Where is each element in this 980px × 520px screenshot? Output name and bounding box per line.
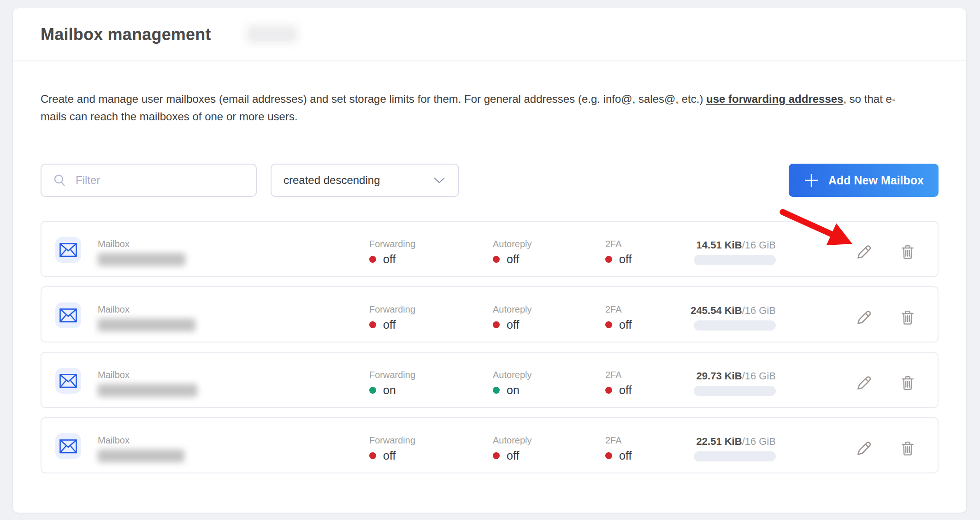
status-dot (369, 321, 376, 328)
mailbox-name-label: Mailbox (98, 370, 197, 380)
plus-icon (803, 172, 819, 188)
trash-icon (898, 439, 917, 458)
twofa-label: 2FA (605, 435, 632, 446)
trash-icon (898, 242, 917, 262)
status-dot (605, 452, 612, 459)
mailbox-avatar (55, 368, 81, 394)
edit-mailbox-button[interactable] (853, 242, 874, 263)
page-title: Mailbox management (41, 25, 211, 44)
mailbox-name-label: Mailbox (98, 304, 195, 315)
mailbox-name-label: Mailbox (98, 239, 185, 249)
page-description: Create and manage user mailboxes (email … (41, 90, 916, 125)
trash-icon (898, 373, 917, 393)
autoreply-label: Autoreply (493, 435, 532, 446)
storage-usage: 14.51 KiB/16 GiB (694, 239, 776, 265)
pencil-icon (854, 242, 874, 262)
twofa-status: 2FA off (605, 239, 632, 266)
mail-envelope-icon (59, 243, 77, 257)
status-dot (369, 452, 376, 459)
autoreply-label: Autoreply (493, 370, 532, 380)
toolbar: created descending Add New Mailbox (41, 164, 939, 197)
autoreply-status: Autoreply off (493, 239, 532, 266)
description-text: Create and manage user mailboxes (email … (41, 93, 706, 105)
trash-icon (898, 308, 917, 327)
mailbox-avatar (55, 302, 81, 328)
edit-mailbox-button[interactable] (853, 307, 874, 328)
storage-used: 14.51 KiB (697, 239, 742, 251)
twofa-value: off (619, 384, 632, 397)
status-dot (605, 256, 612, 263)
twofa-label: 2FA (605, 239, 632, 249)
filter-input[interactable] (41, 164, 257, 197)
mailbox-name-cell: Mailbox (98, 304, 195, 331)
filter-field-wrap (41, 164, 257, 197)
storage-quota: /16 GiB (742, 370, 776, 382)
twofa-status: 2FA off (605, 304, 632, 331)
add-new-mailbox-button[interactable]: Add New Mailbox (789, 164, 939, 197)
forwarding-label: Forwarding (369, 304, 415, 315)
forwarding-value: off (383, 449, 396, 462)
status-dot (369, 387, 376, 394)
storage-usage: 22.51 KiB/16 GiB (694, 436, 776, 461)
autoreply-status: Autoreply off (493, 304, 532, 331)
storage-quota: /16 GiB (742, 305, 776, 316)
add-new-mailbox-label: Add New Mailbox (828, 174, 924, 187)
redacted-email-address (98, 384, 197, 397)
use-forwarding-addresses-link[interactable]: use forwarding addresses (706, 93, 843, 105)
storage-progress-bar (694, 255, 776, 265)
page-header: Mailbox management (13, 8, 966, 61)
delete-mailbox-button[interactable] (897, 438, 918, 459)
chevron-down-icon (432, 176, 446, 185)
autoreply-value: off (507, 318, 519, 331)
status-dot (605, 321, 612, 328)
status-dot (369, 256, 376, 263)
autoreply-label: Autoreply (493, 239, 532, 249)
sort-dropdown[interactable]: created descending (271, 164, 459, 197)
mailbox-management-panel: Mailbox management Create and manage use… (13, 8, 966, 513)
twofa-label: 2FA (605, 304, 632, 315)
edit-mailbox-button[interactable] (853, 438, 874, 459)
edit-mailbox-button[interactable] (853, 372, 874, 394)
mail-envelope-icon (59, 439, 77, 454)
storage-progress-bar (694, 386, 776, 396)
mailbox-name-label: Mailbox (98, 435, 184, 446)
status-dot (493, 321, 500, 328)
storage-quota: /16 GiB (742, 436, 776, 447)
autoreply-status: Autoreply off (493, 435, 532, 462)
forwarding-status: Forwarding off (369, 435, 415, 462)
forwarding-value: off (383, 253, 396, 266)
twofa-value: off (619, 449, 632, 462)
status-dot (493, 387, 500, 394)
mailbox-list: Mailbox Forwarding off Autoreply off 2FA… (41, 221, 939, 483)
forwarding-status: Forwarding on (369, 370, 415, 397)
status-dot (605, 387, 612, 394)
forwarding-label: Forwarding (369, 370, 415, 380)
mail-envelope-icon (59, 308, 77, 323)
mailbox-row: Mailbox Forwarding on Autoreply on 2FA o… (41, 352, 939, 408)
forwarding-label: Forwarding (369, 435, 415, 446)
twofa-status: 2FA off (605, 370, 632, 397)
autoreply-value: on (507, 384, 520, 397)
delete-mailbox-button[interactable] (897, 372, 918, 394)
twofa-label: 2FA (605, 370, 632, 380)
status-dot (493, 256, 500, 263)
twofa-value: off (619, 318, 632, 331)
autoreply-value: off (507, 253, 519, 266)
mailbox-row: Mailbox Forwarding off Autoreply off 2FA… (41, 417, 939, 473)
mailbox-name-cell: Mailbox (98, 239, 185, 266)
mailbox-name-cell: Mailbox (98, 370, 197, 397)
storage-usage: 245.54 KiB/16 GiB (691, 305, 776, 331)
forwarding-label: Forwarding (369, 239, 415, 249)
storage-usage: 29.73 KiB/16 GiB (694, 370, 776, 396)
pencil-icon (854, 439, 874, 458)
mailbox-row: Mailbox Forwarding off Autoreply off 2FA… (41, 221, 939, 277)
sort-dropdown-value: created descending (283, 174, 380, 187)
delete-mailbox-button[interactable] (897, 307, 918, 328)
search-icon (53, 173, 67, 188)
delete-mailbox-button[interactable] (897, 242, 918, 263)
storage-used: 22.51 KiB (697, 436, 742, 447)
redacted-email-address (98, 319, 195, 331)
storage-progress-bar (694, 451, 776, 461)
storage-quota: /16 GiB (742, 239, 776, 251)
storage-used: 29.73 KiB (697, 370, 742, 382)
